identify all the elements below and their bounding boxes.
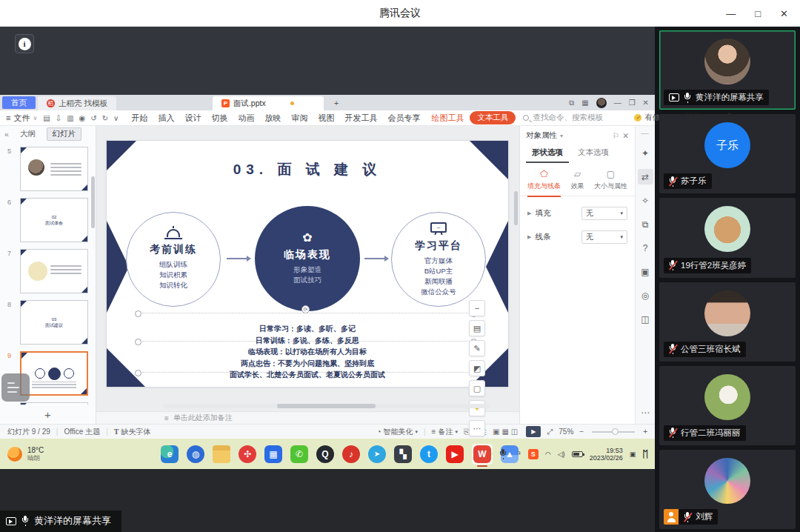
slide-title[interactable]: 03. 面 试 建 议 xyxy=(107,160,508,179)
qq-icon[interactable]: Q xyxy=(316,445,334,463)
zoom-out-button[interactable]: − xyxy=(579,428,584,436)
fit-icon[interactable]: ⤢ xyxy=(547,428,553,436)
chevron-down-icon[interactable]: ▾ xyxy=(560,133,563,139)
slideshow-play-button[interactable]: ▶ xyxy=(526,426,541,437)
wps-document-tab[interactable]: P 面试.pptx xyxy=(213,96,324,110)
shape-options-tab[interactable]: 形状选项 xyxy=(526,145,569,163)
redo-icon[interactable]: ↻ xyxy=(102,114,108,122)
menu-review[interactable]: 审阅 xyxy=(286,113,313,124)
size-properties-subtab[interactable]: ▢大小与属性 xyxy=(594,169,627,191)
export-icon[interactable]: ⇩ xyxy=(56,114,61,122)
wps-home-tab[interactable]: 首页 xyxy=(2,96,36,109)
wechat-icon[interactable]: ✆ xyxy=(290,445,308,463)
circle-learning-platform[interactable]: – 学习平台 官方媒体 B站UP主 新闻联播 微信公众号 xyxy=(391,212,486,307)
weather-widget[interactable]: 18°C 晴朗 xyxy=(7,446,44,462)
layout-tool-icon[interactable]: ◫ xyxy=(638,311,653,327)
slide-thumb-8[interactable]: 8 03面试建议 xyxy=(20,300,88,345)
new-tab-button[interactable]: + xyxy=(324,95,349,110)
slide-thumb-6[interactable]: 6 02面试体会 xyxy=(20,198,88,242)
canvas-vertical-scrollbar[interactable] xyxy=(514,191,518,225)
zoom-slider[interactable] xyxy=(592,431,635,433)
draw-tools-tab[interactable]: 绘图工具 xyxy=(425,113,470,124)
zoom-level[interactable]: 75% xyxy=(559,428,573,436)
circle-onsite-performance[interactable]: ✿ 临场表现 形象塑造 面试技巧 xyxy=(255,206,360,311)
panel-scrollbar[interactable] xyxy=(91,176,95,228)
slide-thumb-7[interactable]: 7 xyxy=(20,249,88,293)
telegram-like-icon[interactable]: ➤ xyxy=(368,445,386,463)
battery-icon[interactable] xyxy=(572,451,583,457)
more-tools-icon[interactable]: ⋯ xyxy=(469,420,485,436)
participant-tile[interactable]: 子乐 苏子乐 xyxy=(659,114,796,193)
file-explorer-icon[interactable] xyxy=(213,445,230,463)
zoom-slider-knob[interactable] xyxy=(612,428,619,435)
selection-handles[interactable] xyxy=(142,313,470,313)
help-tool-icon[interactable]: ? xyxy=(638,240,653,256)
panel-collapse-icon[interactable]: « xyxy=(4,130,9,139)
meeting-info-button[interactable]: i xyxy=(15,34,34,53)
zoom-in-button[interactable]: + xyxy=(643,428,647,436)
participant-tile[interactable]: 公管三班宿长斌 xyxy=(659,282,796,362)
menu-view[interactable]: 视图 xyxy=(313,113,339,124)
browser-icon[interactable]: ◍ xyxy=(187,445,204,463)
canvas-horizontal-scrollbar[interactable] xyxy=(163,404,490,408)
layout-quick-button[interactable] xyxy=(1,373,30,402)
notification-center-icon[interactable]: ▣ xyxy=(630,450,636,458)
smart-beautify-button[interactable]: ◔智能美化▾ xyxy=(376,427,418,437)
tiles-app-icon[interactable]: ▦ xyxy=(264,445,282,463)
tray-mic-icon[interactable] xyxy=(499,449,507,459)
material-icon[interactable]: ▤ xyxy=(469,320,485,336)
duplicate-tool-icon[interactable]: ⧉ xyxy=(638,216,653,232)
menu-start[interactable]: 开始 xyxy=(126,113,153,124)
file-menu-button[interactable]: ≡ 文件 ∨ xyxy=(6,113,37,124)
outline-tab[interactable]: 大纲 xyxy=(15,128,41,140)
wps-docer-tab[interactable]: 稻 上稻壳 找模板 xyxy=(38,96,116,110)
slide-text-block[interactable]: 日常学习：多读、多听、多记 日常训练：多说、多练、多反思 临场表现：以打动在场所… xyxy=(107,323,508,381)
fill-bucket-icon[interactable]: ◩ xyxy=(469,360,485,376)
menu-member[interactable]: 会员专享 xyxy=(382,113,425,124)
theme-name[interactable]: Office 主题 xyxy=(64,427,100,437)
text-tools-tab[interactable]: 文本工具 xyxy=(470,111,516,124)
pinwheel-app-icon[interactable]: ✣ xyxy=(239,445,256,463)
slide-thumb-10[interactable]: 10 xyxy=(20,402,88,405)
slide-thumb-9-selected[interactable]: 9 xyxy=(20,351,88,396)
circle-pre-exam-training[interactable]: 考前训练 组队训练 知识积累 知识转化 xyxy=(126,212,221,307)
menu-design[interactable]: 设计 xyxy=(179,113,206,124)
menu-animation[interactable]: 动画 xyxy=(233,113,259,124)
menu-insert[interactable]: 插入 xyxy=(153,113,179,124)
switch-window-icon[interactable]: ⧉ xyxy=(569,99,574,107)
strip-more-icon[interactable]: ⋯ xyxy=(641,408,650,418)
close-panel-icon[interactable]: ✕ xyxy=(622,131,629,140)
preview-icon[interactable]: ◉ xyxy=(79,114,86,122)
wps-taskbar-active[interactable]: W xyxy=(472,444,493,465)
frame-icon[interactable]: ▢ xyxy=(469,380,485,396)
properties-tool-icon[interactable]: ⇄ xyxy=(638,169,653,184)
line-select[interactable]: 无▾ xyxy=(581,230,627,244)
save-icon[interactable]: ▤ xyxy=(43,114,50,122)
notes-bar[interactable]: ≡ 单击此处添加备注 xyxy=(96,411,519,424)
view-mode-icons[interactable]: ▣▦◫ xyxy=(493,428,520,436)
start-button[interactable] xyxy=(136,446,153,462)
slide-thumb-5[interactable]: 5 xyxy=(20,147,88,191)
add-slide-button[interactable]: + xyxy=(0,405,96,424)
effects-subtab[interactable]: ▱效果 xyxy=(571,169,584,191)
ribbon-collapse-icon[interactable]: ∨ xyxy=(113,114,119,122)
participant-tile[interactable]: 行管二班冯丽丽 xyxy=(659,366,796,445)
wps-restore-button[interactable]: ❐ xyxy=(629,99,636,107)
expand-arrow-icon[interactable]: ▶ xyxy=(527,234,531,240)
missing-font-warning[interactable]: T缺失字体 xyxy=(114,427,151,437)
participant-tile[interactable]: 黄洋洋的屏幕共享 xyxy=(659,30,796,110)
taskbar-clock[interactable]: 19:53 2023/02/26 xyxy=(590,447,623,462)
menu-slideshow[interactable]: 放映 xyxy=(259,113,286,124)
tips-bulb-icon[interactable]: ✦ xyxy=(469,400,485,416)
wps-minimize-button[interactable]: — xyxy=(614,99,621,107)
sparkle-tool-icon[interactable]: ✧ xyxy=(638,193,653,208)
close-button[interactable]: ✕ xyxy=(780,8,788,19)
note-button[interactable]: ≡备注▾ xyxy=(432,427,458,437)
fill-line-subtab[interactable]: ⬠填充与线条 xyxy=(527,169,561,197)
wifi-icon[interactable]: ◠ xyxy=(545,450,551,458)
maximize-button[interactable]: □ xyxy=(755,8,761,19)
netease-music-icon[interactable]: ♪ xyxy=(342,445,360,463)
image-tool-icon[interactable]: ▣ xyxy=(638,264,653,279)
volume-icon[interactable]: ◁) xyxy=(558,450,565,458)
shape-tool-icon[interactable]: ✦ xyxy=(638,145,653,161)
